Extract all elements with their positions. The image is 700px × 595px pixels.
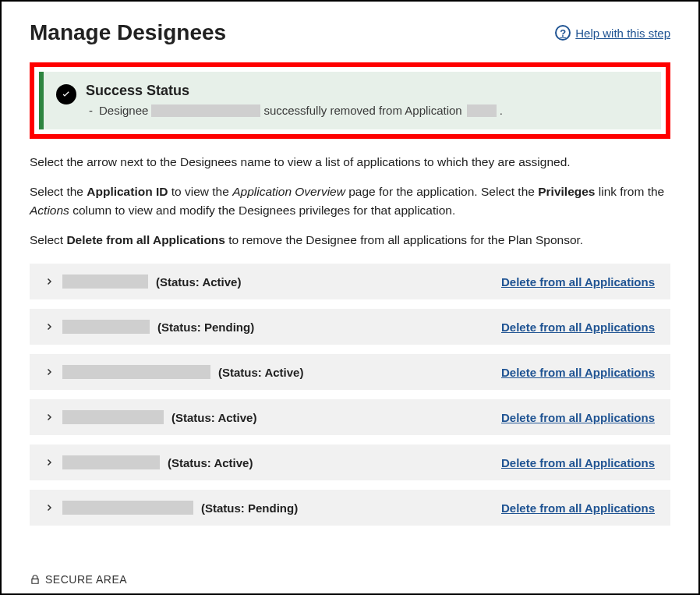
status-label: (Status: Active) — [218, 366, 303, 379]
redacted-designee-name — [151, 104, 260, 117]
delete-from-all-link[interactable]: Delete from all Applications — [501, 411, 655, 424]
delete-from-all-link[interactable]: Delete from all Applications — [501, 275, 655, 289]
redacted-application-id — [467, 104, 497, 117]
chevron-right-icon[interactable] — [44, 412, 55, 423]
success-msg-prefix: Designee — [99, 104, 148, 117]
designee-row: (Status: Active)Delete from all Applicat… — [30, 264, 670, 299]
chevron-right-icon[interactable] — [44, 367, 55, 377]
intro-line-1: Select the arrow next to the Designees n… — [30, 153, 670, 172]
delete-from-all-link[interactable]: Delete from all Applications — [501, 366, 655, 379]
lock-icon — [30, 573, 41, 586]
secure-area-label: SECURE AREA — [45, 573, 127, 586]
chevron-right-icon[interactable] — [44, 276, 55, 287]
designee-row: (Status: Pending)Delete from all Applica… — [30, 309, 670, 345]
redacted-designee-name — [62, 410, 164, 424]
chevron-right-icon[interactable] — [44, 457, 55, 468]
intro-line-2: Select the Application ID to view the Ap… — [30, 182, 670, 220]
status-label: (Status: Active) — [168, 456, 253, 469]
success-title: Success Status — [86, 83, 647, 99]
checkmark-icon — [56, 84, 76, 104]
redacted-designee-name — [62, 501, 193, 515]
designee-row: (Status: Active)Delete from all Applicat… — [30, 444, 670, 480]
page-title: Manage Designees — [30, 20, 226, 45]
secure-area-footer: SECURE AREA — [30, 573, 127, 586]
status-label: (Status: Active) — [156, 275, 241, 289]
status-label: (Status: Pending) — [201, 501, 298, 515]
designee-list: (Status: Active)Delete from all Applicat… — [30, 264, 670, 526]
success-msg-mid: successfully removed from Application — [263, 104, 461, 117]
designee-row: (Status: Active)Delete from all Applicat… — [30, 354, 670, 390]
intro-line-3: Select Delete from all Applications to r… — [30, 231, 670, 250]
help-icon: ? — [555, 25, 571, 41]
redacted-designee-name — [62, 365, 210, 379]
success-msg-suffix: . — [500, 104, 503, 117]
redacted-designee-name — [62, 455, 160, 469]
help-link-label: Help with this step — [575, 27, 670, 40]
chevron-right-icon[interactable] — [44, 502, 55, 513]
delete-from-all-link[interactable]: Delete from all Applications — [501, 456, 655, 469]
delete-from-all-link[interactable]: Delete from all Applications — [501, 321, 655, 334]
success-banner: Success Status - Designee successfully r… — [39, 72, 661, 129]
designee-row: (Status: Active)Delete from all Applicat… — [30, 399, 670, 435]
designee-row: (Status: Pending)Delete from all Applica… — [30, 490, 670, 526]
redacted-designee-name — [62, 274, 148, 289]
delete-from-all-link[interactable]: Delete from all Applications — [501, 501, 655, 515]
redacted-designee-name — [62, 320, 150, 334]
chevron-right-icon[interactable] — [44, 321, 55, 332]
status-label: (Status: Active) — [171, 411, 256, 424]
status-label: (Status: Pending) — [157, 321, 254, 334]
help-link[interactable]: ? Help with this step — [555, 25, 670, 41]
success-highlight-box: Success Status - Designee successfully r… — [30, 62, 670, 139]
success-message: - Designee successfully removed from App… — [86, 104, 647, 117]
